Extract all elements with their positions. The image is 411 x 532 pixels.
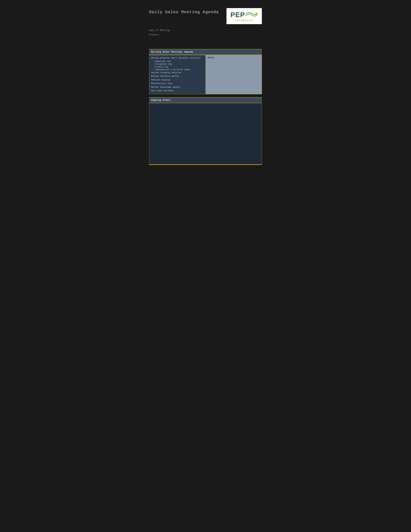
bullet-icon-3: » [153, 66, 154, 68]
bottom-gold-line [149, 164, 262, 165]
morning-agenda-section: Morning Sales Meeting: Agenda Review pre… [149, 49, 262, 94]
agenda-table: Review previous day’s business activity:… [149, 55, 262, 94]
agenda-left-col: Review previous day’s business activity:… [149, 55, 206, 94]
review-intro: Review previous day’s business activity: [151, 57, 204, 60]
bullet-icon-1: » [153, 61, 154, 62]
morning-section-header: Morning Sales Meeting: Agenda [149, 49, 262, 55]
page: Daily Sales Meeting Agenda PEP AUTOMOTIV… [143, 3, 268, 171]
bullet-email: » E-mail log [153, 66, 204, 68]
agenda-row: Review previous day’s business activity:… [149, 55, 262, 94]
vehicle-display: Vehicle display [151, 78, 204, 82]
bullet-showroom: » Showroom log [153, 60, 204, 63]
bullet-telephone: » Telephone log [153, 63, 204, 65]
date-of-meeting-field: Date of Meeting: [149, 29, 262, 32]
spacer [149, 39, 262, 49]
meta-section: Date of Meeting: Present: [149, 29, 262, 36]
page-title: Daily Sales Meeting Agenda [149, 10, 219, 15]
agenda-notes-col: Notes: [206, 55, 262, 94]
logo-automotive-text: AUTOMOTIVE [235, 19, 253, 22]
ongoing-section-header: Ongoing Items: [149, 97, 262, 103]
logo: PEP AUTOMOTIVE [226, 8, 262, 24]
notes-label: Notes: [208, 57, 215, 59]
bullet-icon-2: » [153, 63, 154, 65]
bullet-salesperson: » Salesperson’s activity sheet [153, 68, 204, 71]
review-incoming: Review incoming vehicles [151, 71, 204, 74]
present-label: Present: [149, 34, 160, 36]
date-label: Date of Meeting: [149, 29, 171, 32]
ongoing-content-area [149, 103, 262, 164]
ongoing-section: Ongoing Items: [149, 97, 262, 165]
review-vehicles-wanted: Review vehicles wanted [151, 75, 204, 78]
market-knowledge: Market knowledge update [151, 86, 204, 89]
header: Daily Sales Meeting Agenda PEP AUTOMOTIV… [149, 8, 262, 24]
bullet-icon-4: » [153, 69, 154, 71]
manufacturer-news: Manufacturer news [151, 82, 204, 85]
logo-pep-row: PEP [231, 11, 258, 19]
logo-pep-text: PEP [231, 11, 245, 18]
any-other-business: Any other business [151, 89, 204, 92]
present-field: Present: [149, 34, 262, 36]
logo-waves-svg [245, 11, 258, 19]
